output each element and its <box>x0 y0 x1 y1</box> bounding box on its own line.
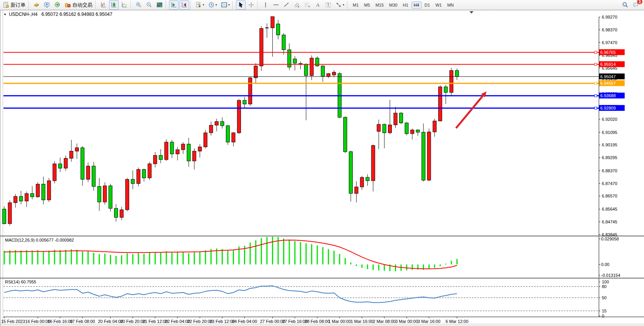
svg-text:6.95914: 6.95914 <box>600 62 616 67</box>
chart-canvas[interactable]: 6.992706.983706.974706.965456.956456.947… <box>0 10 644 326</box>
toolbar-group <box>133 0 165 10</box>
candle <box>181 142 185 154</box>
zoom-in-button[interactable] <box>134 0 143 10</box>
candle <box>327 73 330 78</box>
tile-windows-button[interactable] <box>155 0 164 10</box>
zoom-out-button[interactable] <box>144 0 154 10</box>
svg-text:27 Feb 16:00: 27 Feb 16:00 <box>282 319 307 324</box>
crosshair-button[interactable] <box>246 0 256 10</box>
svg-text:6.85645: 6.85645 <box>602 207 617 211</box>
horizontal-level-line[interactable] <box>3 107 599 109</box>
line-handle[interactable] <box>594 107 597 109</box>
line-chart-button[interactable] <box>120 0 129 10</box>
mt4-application: 新订单自动交易▾▾▾EFAT▾M1M5M15M30H1H4D1W1MN1 ▼ U… <box>0 0 644 326</box>
chart-shift-button[interactable] <box>179 0 189 10</box>
bar-chart-button[interactable] <box>99 0 108 10</box>
notifications-button[interactable]: 1 <box>631 0 641 10</box>
auto-trading-button[interactable]: 自动交易 <box>63 0 94 10</box>
svg-text:6.90195: 6.90195 <box>602 142 617 147</box>
rsi-axis: 1008050150 <box>599 280 609 318</box>
line-handle[interactable] <box>594 82 597 84</box>
timeframe-h1-button[interactable]: H1 <box>400 2 410 9</box>
candle <box>159 149 162 163</box>
candle <box>187 138 190 167</box>
candle <box>360 176 364 190</box>
chevron-down-icon[interactable]: ▾ <box>203 3 204 7</box>
chevron-down-icon[interactable]: ▾ <box>228 3 230 7</box>
timeframe-m30-button[interactable]: M30 <box>387 2 400 9</box>
timeframe-h4-button[interactable]: H4 <box>412 2 422 9</box>
candle <box>53 161 56 184</box>
line-handle[interactable] <box>594 94 597 97</box>
candle <box>19 191 23 204</box>
candle <box>248 77 252 106</box>
indicators-icon <box>195 2 202 8</box>
strategy-tester-button[interactable] <box>42 0 52 10</box>
candle <box>282 33 285 55</box>
candle <box>81 146 84 186</box>
arrows-button[interactable]: ▾ <box>334 0 346 10</box>
metaeditor-button[interactable] <box>32 0 41 10</box>
templates-button[interactable]: ▾ <box>219 0 231 10</box>
rsi-line <box>4 286 457 303</box>
vertical-line-button[interactable] <box>261 0 270 10</box>
price-badge: 6.96765 <box>599 49 625 55</box>
timeframe-d1-button[interactable]: D1 <box>422 2 432 9</box>
svg-text:1 Mar 00:00: 1 Mar 00:00 <box>328 319 351 324</box>
cursor-button[interactable] <box>236 0 246 10</box>
trend-arrow[interactable] <box>456 91 487 128</box>
new-order-button[interactable]: 新订单 <box>1 0 27 10</box>
svg-text:27 Feb 00:00: 27 Feb 00:00 <box>260 319 285 324</box>
fibonacci-button[interactable]: F <box>302 0 312 10</box>
search-button[interactable] <box>620 0 630 10</box>
svg-text:0.029058: 0.029058 <box>601 237 619 241</box>
horizontal-line-button[interactable] <box>271 0 281 10</box>
timeframe-m1-button[interactable]: M1 <box>350 2 361 9</box>
chevron-down-icon[interactable]: ▾ <box>343 3 344 7</box>
candle <box>42 177 45 204</box>
timeframe-group: M1M5M15M30H1H4D1W1MN <box>350 2 456 9</box>
svg-text:6.84745: 6.84745 <box>602 220 617 224</box>
text-label-button[interactable]: T <box>323 0 333 10</box>
timeframe-mn-button[interactable]: MN <box>445 2 456 9</box>
svg-text:6.91095: 6.91095 <box>602 130 617 135</box>
horizontal-level-line[interactable] <box>3 94 599 97</box>
neworder-icon <box>3 2 9 8</box>
timeframe-m15-button[interactable]: M15 <box>373 2 386 9</box>
trendline-button[interactable] <box>282 0 291 10</box>
candle <box>103 182 107 205</box>
horizontal-level-line[interactable] <box>3 82 599 84</box>
candle <box>92 162 96 191</box>
equidistant-channel-button[interactable]: E <box>292 0 302 10</box>
arrows-icon <box>335 2 342 8</box>
pane-separator[interactable] <box>0 236 644 237</box>
candle <box>450 68 453 96</box>
auto-scroll-button[interactable] <box>169 0 179 10</box>
candle <box>265 23 269 38</box>
chevron-down-icon[interactable]: ▾ <box>215 3 217 7</box>
chart-dropdown-icon[interactable]: ▼ <box>3 13 7 16</box>
periods-button[interactable]: ▾ <box>207 0 219 10</box>
text-button[interactable]: A <box>313 0 323 10</box>
candle <box>137 168 140 187</box>
line-handle[interactable] <box>594 63 597 65</box>
candle <box>254 63 258 83</box>
pane-separator[interactable] <box>0 278 644 279</box>
candle <box>97 178 101 211</box>
goldbook-icon <box>33 2 40 8</box>
timeframe-w1-button[interactable]: W1 <box>433 2 444 9</box>
new-order-label: 新订单 <box>10 2 26 9</box>
signals-button[interactable] <box>53 0 62 10</box>
horizontal-level-line[interactable] <box>3 51 599 53</box>
candlestick-chart-button[interactable] <box>109 0 119 10</box>
svg-text:6 Mar 12:00: 6 Mar 12:00 <box>446 319 468 324</box>
svg-text:-0.013154: -0.013154 <box>601 273 620 278</box>
toolbar-group: 新订单 <box>1 0 27 10</box>
level-lines-layer: 6.967656.959146.945676.936886.928096.950… <box>3 49 625 111</box>
timeframe-m5-button[interactable]: M5 <box>362 2 372 9</box>
line-handle[interactable] <box>594 51 597 53</box>
indicators-button[interactable]: ▾ <box>194 0 206 10</box>
toolbar: 新订单自动交易▾▾▾EFAT▾M1M5M15M30H1H4D1W1MN1 <box>0 0 644 10</box>
candle <box>165 139 168 161</box>
chart-shift-marker[interactable] <box>470 11 473 14</box>
